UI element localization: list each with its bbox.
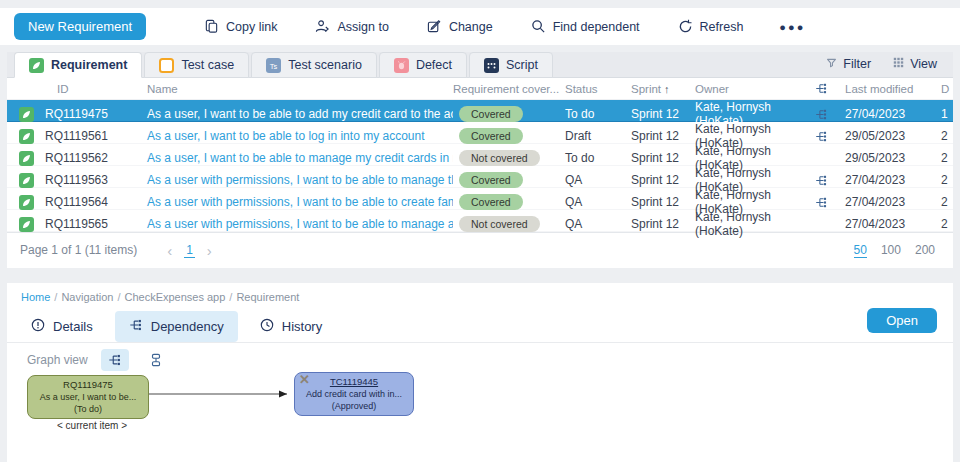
detail-tabs: DetailsDependencyHistory [7, 303, 953, 342]
open-button[interactable]: Open [867, 308, 937, 333]
more-options-button[interactable]: ●●● [779, 21, 805, 33]
tab-label: Test case [181, 58, 234, 72]
graph-view-button[interactable] [101, 349, 129, 371]
copy-link-icon [204, 19, 219, 34]
filter-button[interactable]: Filter [826, 57, 871, 71]
row-name-link[interactable]: As a user, I want to be able to log in i… [143, 129, 453, 143]
entity-tabs: RequirementTest caseTsTest scenarioDefec… [7, 52, 953, 78]
page-size-200[interactable]: 200 [915, 243, 935, 258]
tab-test-scenario[interactable]: TsTest scenario [251, 52, 377, 78]
header-dependency-icon[interactable] [815, 82, 845, 95]
detail-tab-label: Dependency [151, 319, 224, 334]
row-name-link[interactable]: As a user with permissions, I want to be… [143, 195, 453, 209]
table-row[interactable]: RQ1119475As a user, I want to be able to… [7, 100, 953, 122]
find-dependent-button[interactable]: Find dependent [531, 19, 640, 34]
row-status: Draft [565, 129, 631, 143]
current-page-number[interactable]: 1 [184, 243, 195, 258]
copy-link-button[interactable]: Copy link [204, 19, 277, 34]
row-cut-value: 2 [941, 151, 960, 165]
svg-text:Ts: Ts [270, 61, 278, 70]
table-tools: Filter View [826, 51, 953, 77]
table-row[interactable]: RQ1119565As a user with permissions, I w… [7, 210, 953, 232]
detail-tab-history[interactable]: History [246, 311, 336, 342]
row-cut-value: 2 [941, 195, 960, 209]
page-size-100[interactable]: 100 [881, 243, 901, 258]
top-toolbar: New Requirement Copy linkAssign toChange… [0, 8, 960, 45]
page-size-50[interactable]: 50 [854, 243, 867, 258]
history-icon [260, 318, 274, 335]
change-icon [427, 19, 442, 34]
graph-node-current[interactable]: RQ1119475 As a user, I want to be... (To… [27, 375, 149, 419]
change-button[interactable]: Change [427, 19, 493, 34]
dependency-icon[interactable] [815, 196, 845, 209]
assign-to-button[interactable]: Assign to [315, 19, 388, 34]
chevron-right-icon[interactable]: › [207, 242, 212, 259]
header-status[interactable]: Status [565, 83, 631, 95]
coverage-badge: Not covered [453, 216, 565, 232]
node-id[interactable]: TC1119445 [299, 376, 409, 388]
dependency-icon[interactable] [815, 130, 845, 143]
table-row[interactable]: RQ1119562As a user, I want to be able to… [7, 144, 953, 166]
header-owner[interactable]: Owner [695, 83, 815, 95]
row-name-link[interactable]: As a user, I want to be able to add my c… [143, 107, 453, 121]
coverage-badge: Covered [453, 194, 565, 210]
node-status: (Approved) [299, 400, 409, 412]
row-name-link[interactable]: As a user with permissions, I want to be… [143, 217, 453, 231]
filter-label: Filter [843, 57, 871, 71]
refresh-icon [678, 19, 693, 34]
row-sprint: Sprint 12 [631, 151, 695, 165]
row-name-link[interactable]: As a user, I want to be able to manage m… [143, 151, 453, 165]
row-last-modified: 29/05/2023 [845, 129, 941, 143]
dependency-icon[interactable] [815, 174, 845, 187]
row-status: QA [565, 195, 631, 209]
header-last-modified[interactable]: Last modified [845, 83, 941, 95]
header-cut-column[interactable]: D [941, 83, 960, 95]
requirement-type-icon [19, 129, 43, 144]
detail-tab-label: Details [53, 319, 93, 334]
list-view-button[interactable] [142, 349, 170, 371]
row-last-modified: 29/05/2023 [845, 151, 941, 165]
close-icon[interactable]: ✕ [299, 374, 310, 386]
row-name-link[interactable]: As a user with permissions, I want to be… [143, 173, 453, 187]
header-id[interactable]: ID [43, 83, 143, 95]
requirement-type-icon [19, 217, 43, 232]
chevron-left-icon[interactable]: ‹ [167, 242, 172, 259]
app-screen: New Requirement Copy linkAssign toChange… [0, 0, 960, 462]
tab-defect[interactable]: Defect [379, 52, 467, 78]
info-icon [31, 318, 45, 335]
header-name[interactable]: Name [143, 83, 453, 95]
breadcrumb-item[interactable]: Home [21, 291, 50, 303]
find-dependent-icon [531, 19, 546, 34]
header-coverage[interactable]: Requirement cover... [453, 83, 565, 95]
refresh-button[interactable]: Refresh [678, 19, 744, 34]
row-id: RQ1119565 [43, 217, 143, 231]
row-cut-value: 2 [941, 217, 960, 231]
coverage-badge: Covered [453, 172, 565, 188]
graph-view-label: Graph view [27, 353, 88, 367]
table-row[interactable]: RQ1119563As a user with permissions, I w… [7, 166, 953, 188]
table-row[interactable]: RQ1119561As a user, I want to be able to… [7, 122, 953, 144]
header-sprint[interactable]: Sprint ↑ [631, 83, 695, 95]
tab-test-case[interactable]: Test case [144, 52, 249, 78]
row-id: RQ1119563 [43, 173, 143, 187]
detail-tab-dependency[interactable]: Dependency [115, 311, 238, 342]
row-id: RQ1119475 [43, 107, 143, 121]
tab-label: Script [506, 58, 538, 72]
graph-node-linked[interactable]: ✕ TC1119445 Add credit card with in... (… [294, 372, 414, 416]
action-label: Copy link [226, 20, 277, 34]
action-label: Refresh [700, 20, 744, 34]
dependency-icon[interactable] [815, 108, 845, 121]
row-cut-value: 2 [941, 173, 960, 187]
view-button[interactable]: View [893, 57, 937, 71]
row-sprint: Sprint 12 [631, 173, 695, 187]
node-status: (To do) [32, 403, 144, 415]
tab-script[interactable]: Script [469, 52, 553, 78]
tab-label: Requirement [51, 58, 127, 72]
detail-tab-details[interactable]: Details [17, 311, 107, 342]
new-requirement-button[interactable]: New Requirement [14, 13, 146, 40]
current-item-caption: < current item > [57, 420, 127, 431]
table-row[interactable]: RQ1119564As a user with permissions, I w… [7, 188, 953, 210]
tab-requirement[interactable]: Requirement [14, 52, 142, 78]
assign-to-icon [315, 19, 330, 34]
view-label: View [910, 57, 937, 71]
